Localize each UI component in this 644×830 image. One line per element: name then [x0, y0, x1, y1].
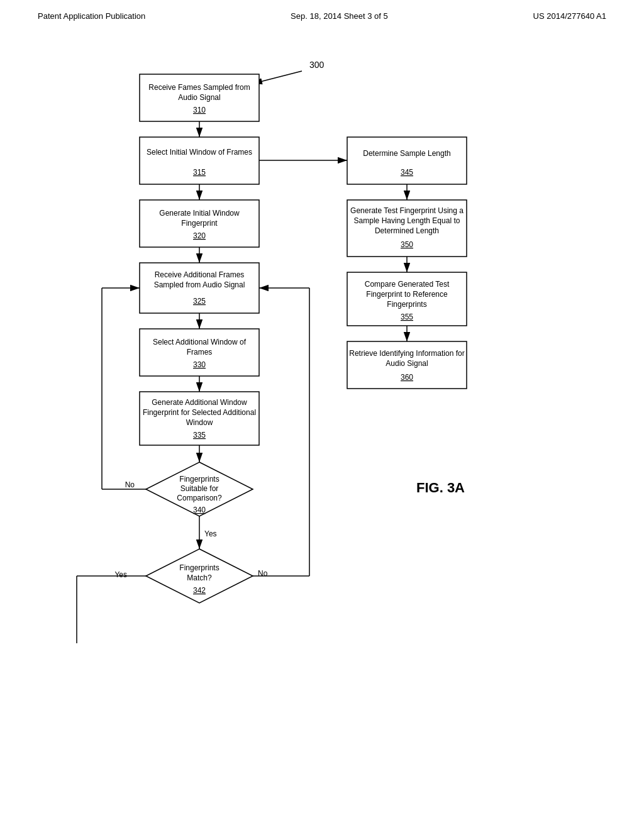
- box-335-text3: Window: [186, 418, 213, 427]
- page-header: Patent Application Publication Sep. 18, …: [0, 0, 644, 27]
- box-310-text2: Audio Signal: [178, 93, 220, 102]
- box-315: [140, 137, 259, 184]
- box-360-text2: Audio Signal: [386, 359, 428, 368]
- box-315-num: 315: [193, 168, 206, 177]
- box-335-text2: Fingerprint for Selected Additional: [143, 408, 256, 417]
- diamond-340-text1: Fingerprints: [179, 475, 219, 484]
- box-355-text1: Compare Generated Test: [365, 280, 450, 289]
- box-350-text2: Sample Having Length Equal to: [354, 216, 460, 225]
- box-355-text2: Fingerprint to Reference: [366, 290, 448, 299]
- box-310-text1: Receive Fames Sampled from: [148, 83, 250, 92]
- header-right: US 2014/277640 A1: [533, 11, 606, 21]
- box-355-num: 355: [401, 313, 413, 321]
- box-315-text1: Select Initial Window of Frames: [147, 148, 252, 157]
- diamond-340-num: 340: [193, 506, 206, 514]
- box-320-text1: Generate Initial Window: [159, 209, 240, 218]
- box-360-text1: Retrieve Identifying Information for: [349, 349, 464, 358]
- box-350-text3: Determined Length: [375, 226, 439, 235]
- label-yes-340: Yes: [204, 529, 217, 538]
- box-330-text2: Frames: [187, 348, 213, 357]
- box-335-text1: Generate Additional Window: [152, 398, 247, 407]
- label-no-342: No: [258, 569, 268, 578]
- box-330-text1: Select Additional Window of: [153, 338, 247, 346]
- box-320-num: 320: [193, 231, 206, 240]
- fig-label: FIG. 3A: [416, 480, 465, 495]
- box-345-text1: Determine Sample Length: [363, 149, 450, 158]
- diamond-342-num: 342: [193, 586, 206, 595]
- box-325-text1: Receive Additional Frames: [155, 270, 245, 279]
- header-left: Patent Application Publication: [38, 11, 145, 21]
- box-310-num: 310: [193, 106, 206, 114]
- box-345: [347, 137, 467, 184]
- diamond-340-text3: Comparison?: [177, 494, 222, 502]
- header-middle: Sep. 18, 2014 Sheet 3 of 5: [291, 11, 388, 21]
- box-350-text1: Generate Test Fingerprint Using a: [350, 206, 464, 215]
- label-no-340: No: [125, 480, 135, 489]
- box-320-text2: Fingerprint: [181, 219, 218, 228]
- box-350-num: 350: [401, 240, 413, 249]
- diamond-342-text2: Match?: [187, 573, 212, 582]
- box-325-num: 325: [193, 297, 206, 306]
- box-360-num: 360: [401, 373, 413, 382]
- box-345-num: 345: [401, 168, 413, 177]
- diamond-340-text2: Suitable for: [180, 484, 219, 493]
- diamond-342-text1: Fingerprints: [179, 563, 219, 572]
- box-355-text3: Fingerprints: [387, 300, 426, 309]
- label-yes-342: Yes: [114, 570, 127, 579]
- diagram-area: 300 Receive Fames Sampled from Audio Sig…: [0, 27, 644, 819]
- ref-arrow: [253, 71, 302, 84]
- box-325-text2: Sampled from Audio Signal: [154, 280, 245, 289]
- box-335-num: 335: [193, 431, 206, 440]
- ref-300: 300: [309, 60, 325, 70]
- box-330-num: 330: [193, 360, 206, 369]
